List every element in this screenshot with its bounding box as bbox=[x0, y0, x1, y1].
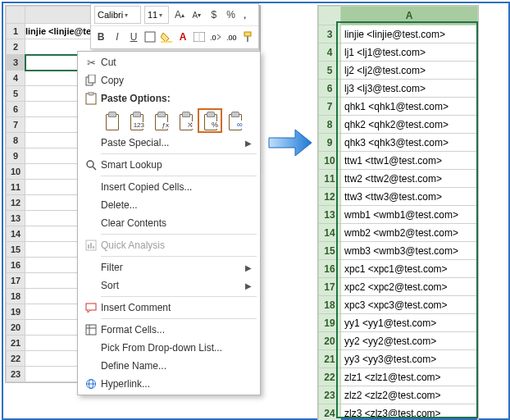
grow-font-button[interactable]: A▴ bbox=[172, 7, 186, 22]
row-header-20[interactable]: 20 bbox=[319, 332, 341, 350]
row-header-22[interactable]: 22 bbox=[7, 351, 25, 367]
font-name-dropdown[interactable]: Calibri ▾ bbox=[94, 6, 141, 24]
cell-a11[interactable]: ttw2 <ttw2@test.com> bbox=[341, 170, 478, 188]
menu-pick-from-list[interactable]: Pick From Drop-down List... bbox=[78, 339, 260, 357]
cell-a5[interactable]: lj2 <lj2@test.com> bbox=[341, 62, 478, 80]
row-header-3[interactable]: 3 bbox=[319, 25, 341, 43]
format-painter-button[interactable] bbox=[242, 30, 255, 44]
row-header-15[interactable]: 15 bbox=[7, 242, 25, 258]
row-header-12[interactable]: 12 bbox=[319, 188, 341, 206]
paste-option-formatting[interactable]: % bbox=[199, 110, 221, 131]
cell-a8[interactable]: qhk2 <qhk2@test.com> bbox=[341, 116, 478, 134]
col-header-a-right[interactable]: A bbox=[341, 7, 478, 25]
paste-option-link[interactable]: ∞ bbox=[224, 110, 245, 131]
row-header-16[interactable]: 16 bbox=[7, 258, 25, 273]
row-header-6[interactable]: 6 bbox=[319, 80, 341, 98]
italic-button[interactable]: I bbox=[111, 30, 124, 44]
row-header-18[interactable]: 18 bbox=[319, 296, 341, 314]
cell-a15[interactable]: wmb3 <wmb3@test.com> bbox=[341, 242, 478, 260]
font-color-button[interactable]: A bbox=[176, 30, 189, 44]
row-header-3[interactable]: 3 bbox=[7, 55, 25, 71]
row-header-10[interactable]: 10 bbox=[319, 152, 341, 170]
underline-button[interactable]: U bbox=[127, 30, 140, 44]
cell-a20[interactable]: yy2 <yy2@test.com> bbox=[341, 332, 478, 350]
row-header-8[interactable]: 8 bbox=[319, 116, 341, 134]
row-header-20[interactable]: 20 bbox=[7, 320, 25, 336]
border-button[interactable] bbox=[143, 30, 157, 44]
row-header-17[interactable]: 17 bbox=[319, 278, 341, 296]
paste-option-all[interactable] bbox=[101, 110, 122, 131]
row-header-7[interactable]: 7 bbox=[319, 98, 341, 116]
menu-clear-contents[interactable]: Clear Contents bbox=[78, 214, 260, 232]
select-all-right[interactable] bbox=[319, 7, 341, 25]
row-header-1[interactable]: 1 bbox=[7, 24, 25, 39]
paste-option-values[interactable]: 123 bbox=[125, 110, 147, 131]
row-header-5[interactable]: 5 bbox=[319, 62, 341, 80]
menu-paste-special[interactable]: Paste Special... ▶ bbox=[78, 134, 260, 152]
row-header-22[interactable]: 22 bbox=[319, 368, 341, 386]
cell-a6[interactable]: lj3 <lj3@test.com> bbox=[341, 80, 478, 98]
bold-button[interactable]: B bbox=[94, 30, 107, 44]
paste-option-formulas[interactable]: ƒx bbox=[150, 110, 171, 131]
cell-a3[interactable]: linjie <linjie@test.com> bbox=[341, 25, 478, 43]
percent-button[interactable]: % bbox=[224, 7, 238, 22]
row-header-21[interactable]: 21 bbox=[7, 336, 25, 351]
cell-a24[interactable]: zlz3 <zlz3@test.com> bbox=[341, 404, 478, 421]
select-all-left[interactable] bbox=[7, 7, 25, 24]
row-header-13[interactable]: 13 bbox=[7, 211, 25, 226]
row-header-11[interactable]: 11 bbox=[319, 170, 341, 188]
cell-a19[interactable]: yy1 <yy1@test.com> bbox=[341, 314, 478, 332]
row-header-24[interactable]: 24 bbox=[319, 404, 341, 421]
menu-hyperlink[interactable]: Hyperlink... bbox=[78, 375, 260, 393]
menu-cut[interactable]: ✂ Cut bbox=[78, 53, 260, 71]
shrink-font-button[interactable]: A▾ bbox=[189, 7, 203, 22]
row-header-6[interactable]: 6 bbox=[7, 102, 25, 117]
currency-button[interactable]: $ bbox=[207, 7, 221, 22]
row-header-9[interactable]: 9 bbox=[7, 148, 25, 164]
row-header-14[interactable]: 14 bbox=[7, 226, 25, 242]
row-header-10[interactable]: 10 bbox=[7, 164, 25, 180]
row-header-9[interactable]: 9 bbox=[319, 134, 341, 152]
increase-decimal-button[interactable]: .00 bbox=[225, 30, 239, 44]
menu-insert-copied-cells[interactable]: Insert Copied Cells... bbox=[78, 178, 260, 196]
menu-smart-lookup[interactable]: Smart Lookup bbox=[78, 156, 260, 174]
row-header-16[interactable]: 16 bbox=[319, 260, 341, 278]
menu-filter[interactable]: Filter ▶ bbox=[78, 258, 260, 276]
cell-a13[interactable]: wmb1 <wmb1@test.com> bbox=[341, 206, 478, 224]
row-header-7[interactable]: 7 bbox=[7, 117, 25, 133]
cell-a16[interactable]: xpc1 <xpc1@test.com> bbox=[341, 260, 478, 278]
row-header-4[interactable]: 4 bbox=[7, 71, 25, 86]
cell-a7[interactable]: qhk1 <qhk1@test.com> bbox=[341, 98, 478, 116]
cell-a10[interactable]: ttw1 <ttw1@test.com> bbox=[341, 152, 478, 170]
menu-delete[interactable]: Delete... bbox=[78, 196, 260, 214]
row-header-12[interactable]: 12 bbox=[7, 195, 25, 211]
font-size-dropdown[interactable]: 11 ▾ bbox=[144, 6, 170, 24]
merge-center-button[interactable] bbox=[193, 30, 206, 44]
row-header-4[interactable]: 4 bbox=[319, 43, 341, 62]
cell-a23[interactable]: zlz2 <zlz2@test.com> bbox=[341, 386, 478, 404]
decrease-decimal-button[interactable]: .0 bbox=[209, 30, 222, 44]
row-header-17[interactable]: 17 bbox=[7, 273, 25, 289]
row-header-5[interactable]: 5 bbox=[7, 86, 25, 102]
row-header-15[interactable]: 15 bbox=[319, 242, 341, 260]
fill-color-button[interactable] bbox=[160, 30, 173, 44]
menu-define-name[interactable]: Define Name... bbox=[78, 357, 260, 375]
menu-copy[interactable]: Copy bbox=[78, 71, 260, 89]
row-header-19[interactable]: 19 bbox=[7, 304, 25, 320]
paste-option-transpose[interactable]: ⤭ bbox=[175, 110, 196, 131]
cell-a14[interactable]: wmb2 <wmb2@test.com> bbox=[341, 224, 478, 242]
comma-style-button[interactable]: , bbox=[241, 7, 255, 22]
cell-a18[interactable]: xpc3 <xpc3@test.com> bbox=[341, 296, 478, 314]
cell-a9[interactable]: qhk3 <qhk3@test.com> bbox=[341, 134, 478, 152]
row-header-13[interactable]: 13 bbox=[319, 206, 341, 224]
cell-a22[interactable]: zlz1 <zlz1@test.com> bbox=[341, 368, 478, 386]
row-header-18[interactable]: 18 bbox=[7, 289, 25, 304]
menu-sort[interactable]: Sort ▶ bbox=[78, 276, 260, 294]
menu-format-cells[interactable]: Format Cells... bbox=[78, 321, 260, 339]
cell-a21[interactable]: yy3 <yy3@test.com> bbox=[341, 350, 478, 368]
row-header-2[interactable]: 2 bbox=[7, 39, 25, 55]
cell-a17[interactable]: xpc2 <xpc2@test.com> bbox=[341, 278, 478, 296]
cell-a4[interactable]: lj1 <lj1@test.com> bbox=[341, 43, 478, 62]
row-header-21[interactable]: 21 bbox=[319, 350, 341, 368]
row-header-23[interactable]: 23 bbox=[7, 367, 25, 382]
